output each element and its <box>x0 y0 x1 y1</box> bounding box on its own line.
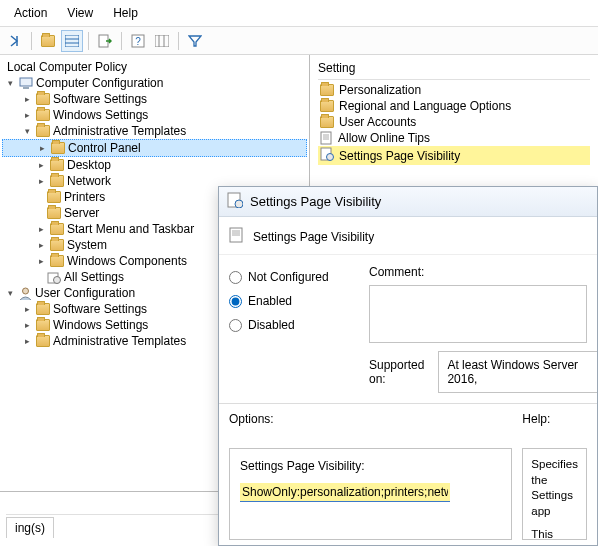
expand-icon[interactable]: ▸ <box>21 109 33 121</box>
user-icon <box>19 287 32 300</box>
svg-point-21 <box>235 200 243 208</box>
folder-icon <box>320 100 334 112</box>
tree-label: User Configuration <box>35 286 135 300</box>
expand-icon[interactable]: ▸ <box>21 303 33 315</box>
tree-root[interactable]: Local Computer Policy <box>2 59 307 75</box>
list-label: User Accounts <box>339 115 416 129</box>
folder-icon <box>51 142 65 154</box>
svg-rect-6 <box>155 35 169 47</box>
toolbar-separator <box>31 32 32 50</box>
tree-cc-windows[interactable]: ▸ Windows Settings <box>2 107 307 123</box>
tree-label: Administrative Templates <box>53 334 186 348</box>
tree-label: Control Panel <box>68 141 141 155</box>
dialog-config-area: Not Configured Enabled Disabled Comment: <box>219 255 597 349</box>
svg-point-12 <box>54 276 61 283</box>
collapse-icon[interactable]: ▾ <box>4 77 16 89</box>
truncated-tab[interactable]: ing(s) <box>6 517 54 538</box>
menubar: Action View Help <box>0 0 598 27</box>
details-view-button[interactable] <box>61 30 83 52</box>
tree-computer-config[interactable]: ▾ Computer Configuration <box>2 75 307 91</box>
options-box: Settings Page Visibility: <box>229 448 512 540</box>
dialog-titlebar[interactable]: Settings Page Visibility <box>219 187 597 217</box>
dialog-title: Settings Page Visibility <box>250 194 381 209</box>
policy-icon <box>229 227 245 246</box>
radio-enabled[interactable]: Enabled <box>229 289 359 313</box>
tree-cc-admin-templates[interactable]: ▾ Administrative Templates <box>2 123 307 139</box>
policy-icon <box>320 131 333 145</box>
comment-label: Comment: <box>369 265 587 279</box>
radio-disabled[interactable]: Disabled <box>229 313 359 337</box>
tree-label: Computer Configuration <box>36 76 163 90</box>
columns-button[interactable] <box>151 30 173 52</box>
forward-button[interactable] <box>4 30 26 52</box>
comment-area: Comment: <box>369 265 587 343</box>
radio-input[interactable] <box>229 319 242 332</box>
column-header-setting[interactable]: Setting <box>318 59 590 80</box>
options-label: Options: <box>229 412 512 426</box>
expand-icon[interactable]: ▸ <box>21 319 33 331</box>
tree-desktop[interactable]: ▸ Desktop <box>2 157 307 173</box>
settings-page-visibility-input[interactable] <box>240 483 450 502</box>
list-label: Personalization <box>339 83 421 97</box>
tree-label: Windows Components <box>67 254 187 268</box>
folder-button[interactable] <box>37 30 59 52</box>
radio-input[interactable] <box>229 271 242 284</box>
folder-icon <box>50 223 64 235</box>
tree-label: Windows Settings <box>53 108 148 122</box>
tree-cc-software[interactable]: ▸ Software Settings <box>2 91 307 107</box>
folder-icon <box>50 239 64 251</box>
svg-rect-14 <box>321 132 331 144</box>
list-item-allow-online-tips[interactable]: Allow Online Tips <box>318 130 590 146</box>
radio-input[interactable] <box>229 295 242 308</box>
folder-icon <box>41 35 55 47</box>
tree-label: System <box>67 238 107 252</box>
tree-label: Administrative Templates <box>53 124 186 138</box>
help-text-box: Specifies the Settings app This policy a… <box>522 448 587 540</box>
folder-icon <box>36 303 50 315</box>
radio-label: Not Configured <box>248 270 329 284</box>
filter-button[interactable] <box>184 30 206 52</box>
supported-on-value: At least Windows Server 2016, <box>438 351 598 393</box>
list-label: Allow Online Tips <box>338 131 430 145</box>
collapse-icon[interactable]: ▾ <box>21 125 33 137</box>
comment-textbox[interactable] <box>369 285 587 343</box>
folder-icon <box>320 116 334 128</box>
help-button[interactable]: ? <box>127 30 149 52</box>
list-item-user-accounts[interactable]: User Accounts <box>318 114 590 130</box>
list-label: Settings Page Visibility <box>339 149 460 163</box>
menu-help[interactable]: Help <box>107 4 144 22</box>
help-text: Settings app <box>531 488 578 519</box>
toolbar: ? <box>0 27 598 55</box>
expand-icon[interactable]: ▸ <box>35 223 47 235</box>
radio-group: Not Configured Enabled Disabled <box>229 265 359 343</box>
collapse-icon[interactable]: ▾ <box>4 287 16 299</box>
menu-view[interactable]: View <box>61 4 99 22</box>
expand-icon[interactable]: ▸ <box>21 93 33 105</box>
help-text: Specifies the <box>531 457 578 488</box>
help-label: Help: <box>522 412 587 426</box>
list-item-settings-page-visibility[interactable]: Settings Page Visibility <box>318 146 590 165</box>
expand-icon[interactable]: ▸ <box>35 239 47 251</box>
expand-icon[interactable]: ▸ <box>35 159 47 171</box>
tree-label: Start Menu and Taskbar <box>67 222 194 236</box>
export-button[interactable] <box>94 30 116 52</box>
expand-icon[interactable]: ▸ <box>35 175 47 187</box>
folder-icon <box>47 191 61 203</box>
tree-label: Software Settings <box>53 302 147 316</box>
list-item-regional[interactable]: Regional and Language Options <box>318 98 590 114</box>
svg-rect-9 <box>20 78 32 86</box>
svg-point-19 <box>327 154 334 161</box>
help-column: Help: Specifies the Settings app This po… <box>522 412 587 546</box>
dialog-lower: Options: Settings Page Visibility: Help:… <box>219 403 597 546</box>
dialog-subtitle: Settings Page Visibility <box>253 230 374 244</box>
menu-action[interactable]: Action <box>8 4 53 22</box>
expand-icon[interactable]: ▸ <box>35 255 47 267</box>
radio-not-configured[interactable]: Not Configured <box>229 265 359 289</box>
options-column: Options: Settings Page Visibility: <box>229 412 512 546</box>
expand-icon[interactable]: ▸ <box>36 142 48 154</box>
expand-icon[interactable]: ▸ <box>21 335 33 347</box>
tree-control-panel[interactable]: ▸ Control Panel <box>2 139 307 157</box>
options-field-label: Settings Page Visibility: <box>240 459 501 473</box>
list-item-personalization[interactable]: Personalization <box>318 82 590 98</box>
svg-rect-10 <box>23 87 29 89</box>
